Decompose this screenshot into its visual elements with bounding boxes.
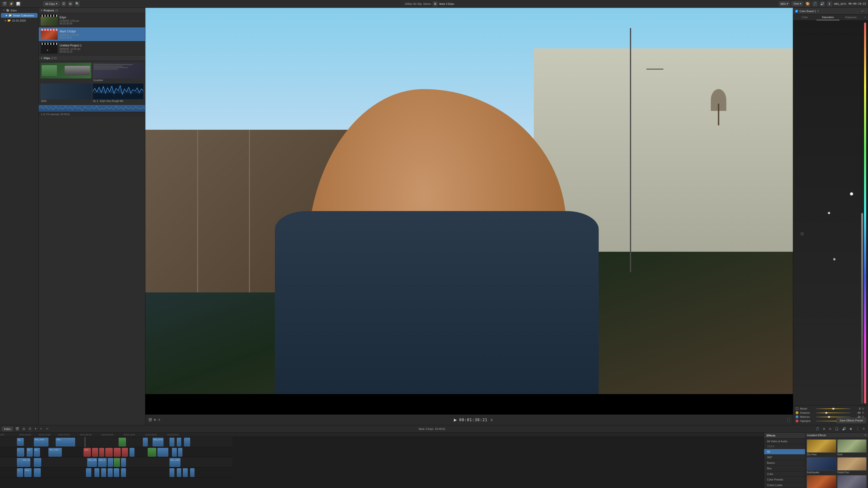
clip-t3-IMG1644[interactable]: IMG_1644 bbox=[22, 458, 30, 467]
clip-t4-9[interactable] bbox=[121, 468, 126, 477]
clip-t2-IMG0386[interactable]: IMG_0386 bbox=[49, 448, 62, 457]
clip-t4-7[interactable] bbox=[108, 468, 113, 477]
trim-tool-icon[interactable]: ✂ bbox=[45, 426, 50, 431]
clip-t4-4[interactable] bbox=[86, 468, 91, 477]
timeline-chevron-icon[interactable]: ▾ bbox=[34, 426, 37, 431]
clip-t2-red4[interactable] bbox=[105, 448, 113, 457]
clip-item-3[interactable]: 3500. bbox=[40, 83, 92, 103]
clip-green-1[interactable] bbox=[119, 438, 126, 446]
clip-t4-5[interactable] bbox=[94, 468, 99, 477]
midtones-track[interactable] bbox=[816, 417, 850, 417]
search-icon[interactable]: 🔍 bbox=[74, 1, 80, 6]
zoom-out-icon[interactable]: ⊖ bbox=[828, 426, 832, 431]
headphone-icon[interactable]: 🎧 bbox=[834, 426, 840, 431]
clip-t2-IMG0474[interactable] bbox=[157, 448, 168, 457]
monitor-icon[interactable]: 🖥 bbox=[433, 1, 438, 6]
clip-t2-b1[interactable] bbox=[130, 448, 134, 457]
clip-t2-r2[interactable] bbox=[178, 448, 182, 457]
clip-t3-r1[interactable] bbox=[121, 458, 126, 467]
zoom-button[interactable]: 88% ▾ bbox=[779, 1, 790, 6]
effect-faded-sun[interactable]: Faded Sun bbox=[837, 457, 867, 474]
clip-t2-red6[interactable] bbox=[122, 448, 128, 457]
midtones-puck[interactable] bbox=[833, 258, 836, 260]
clip-t2-red2[interactable] bbox=[92, 448, 98, 457]
tab-color[interactable]: Color bbox=[793, 14, 816, 20]
clip-view-btn[interactable]: 🎬 bbox=[148, 418, 152, 422]
add-tab-icon[interactable]: + bbox=[863, 14, 868, 20]
index-button[interactable]: Index bbox=[2, 427, 13, 431]
effects-cat-all[interactable]: All bbox=[764, 449, 805, 455]
more-icon[interactable]: › bbox=[865, 9, 866, 13]
effects-cat-colorpresets[interactable]: Color Presets bbox=[764, 477, 805, 482]
effect-film-grain[interactable]: Film Grain bbox=[837, 475, 867, 488]
project-item-untitled[interactable]: Untitled Project 1 20/04/20, 10:25 am 00… bbox=[39, 41, 145, 56]
effect-dust[interactable]: Dust bbox=[837, 440, 867, 456]
sidebar-item-library[interactable]: ▼ 📚 Edyn bbox=[1, 8, 37, 12]
effect-earthquake[interactable]: Earthquake bbox=[807, 457, 836, 474]
color-board-checkbox[interactable] bbox=[795, 10, 798, 12]
clip-t4-3[interactable] bbox=[34, 468, 41, 477]
clip-t3-3[interactable] bbox=[34, 458, 41, 467]
view-toggle-list[interactable]: ☰ bbox=[61, 1, 66, 6]
tab-exposure[interactable]: Exposure bbox=[839, 14, 863, 20]
effects-cat-comiclooks[interactable]: Comic Looks bbox=[764, 482, 805, 488]
project-item-edyn[interactable]: Edyn 21/02/20, 6:50 pm 00:03:30:00 bbox=[39, 13, 145, 27]
inspector-icon-3[interactable]: 🔊 bbox=[819, 1, 825, 6]
zoom-in-icon[interactable]: ⊕ bbox=[822, 426, 826, 431]
clip-right-1[interactable] bbox=[169, 438, 175, 446]
sidebar-item-folder[interactable]: ▶ 📂 21-01-2020 bbox=[1, 18, 37, 23]
app-icon-3[interactable]: 📊 bbox=[16, 1, 21, 6]
highlights-puck[interactable] bbox=[828, 212, 830, 214]
projects-section-header[interactable]: ▼ Projects (3) bbox=[39, 8, 145, 13]
clip-t2-r1[interactable] bbox=[172, 448, 177, 457]
clip-main-1[interactable]: IMG... bbox=[56, 438, 75, 446]
effects-cat-basics[interactable]: Basics bbox=[764, 460, 805, 466]
clip-t2-2[interactable]: IM... bbox=[27, 448, 33, 457]
inspector-icon-2[interactable]: 🎵 bbox=[812, 1, 817, 6]
inspector-icon-1[interactable]: 🎨 bbox=[805, 1, 810, 6]
clip-t3-IMG1609[interactable]: IMG_1609 bbox=[169, 458, 180, 467]
clip-t2-red3[interactable] bbox=[99, 448, 104, 457]
clip-IMG-0401[interactable]: IM... bbox=[17, 438, 24, 446]
clip-t2-g1[interactable] bbox=[148, 448, 156, 457]
clip-right-3[interactable] bbox=[184, 438, 190, 446]
clip-t4-12[interactable] bbox=[183, 468, 188, 477]
speaker-icon[interactable]: 🔊 bbox=[841, 426, 847, 431]
clip-IMG-0474[interactable]: IMG_0474 bbox=[153, 438, 163, 446]
clip-t3-g1[interactable] bbox=[114, 458, 120, 467]
clip-t4-13[interactable] bbox=[190, 468, 194, 477]
project-item-mark3[interactable]: Mark 3 Edyn 20/04/20, 2:55 pm 00:03:49:0… bbox=[39, 27, 145, 41]
timeline-grid-icon[interactable]: ⊞ bbox=[22, 426, 26, 431]
app-icon-1[interactable]: 🎬 bbox=[2, 1, 7, 6]
record-icon[interactable]: ⏺ bbox=[848, 426, 854, 431]
clip-t3-IMGd[interactable]: IMG_0... bbox=[98, 458, 106, 467]
close-icon[interactable]: ✕ bbox=[862, 426, 866, 431]
play-button[interactable]: ▶ bbox=[454, 418, 457, 422]
clip-right-2[interactable] bbox=[177, 438, 181, 446]
clip-t4-6[interactable] bbox=[101, 468, 106, 477]
effect-dry-heat[interactable]: Dry Heat bbox=[807, 440, 836, 456]
clip-t4-1[interactable]: L... bbox=[17, 468, 23, 477]
inspector-icon-4[interactable]: ℹ bbox=[827, 1, 832, 6]
effects-cat-color[interactable]: Color bbox=[764, 471, 805, 477]
effects-cat-360[interactable]: 360° bbox=[764, 455, 805, 460]
clip-blue-mid[interactable] bbox=[143, 438, 148, 446]
select-tool-icon[interactable]: ↖ bbox=[39, 426, 43, 431]
color-board-canvas[interactable] bbox=[793, 21, 868, 405]
master-puck[interactable] bbox=[850, 192, 853, 196]
crop-btn[interactable]: ↺ bbox=[158, 418, 160, 422]
clip-t2-1[interactable]: L... bbox=[17, 448, 24, 457]
all-clips-button[interactable]: All Clips ▾ bbox=[43, 1, 60, 6]
app-icon-2[interactable]: ⚡ bbox=[9, 1, 14, 6]
shadows-puck-empty[interactable] bbox=[801, 232, 804, 235]
audio-icon[interactable]: 🎵 bbox=[814, 426, 820, 431]
clip-t4-8[interactable] bbox=[114, 468, 119, 477]
clip-t2-3[interactable]: IM... bbox=[34, 448, 40, 457]
timeline-clip-icon[interactable]: 🎬 bbox=[14, 426, 20, 431]
reset-icon[interactable]: ↩ bbox=[861, 9, 864, 13]
clip-item-4[interactable]: AL 1 - Edyn Very Rough Mix bbox=[93, 83, 144, 103]
save-effects-preset-button[interactable]: Save Effects Preset bbox=[837, 418, 866, 423]
master-track[interactable] bbox=[816, 409, 850, 409]
view-toggle-grid[interactable]: ⊞ bbox=[68, 1, 73, 6]
clip-IMG-9788[interactable]: IMG_9788 bbox=[34, 438, 49, 446]
